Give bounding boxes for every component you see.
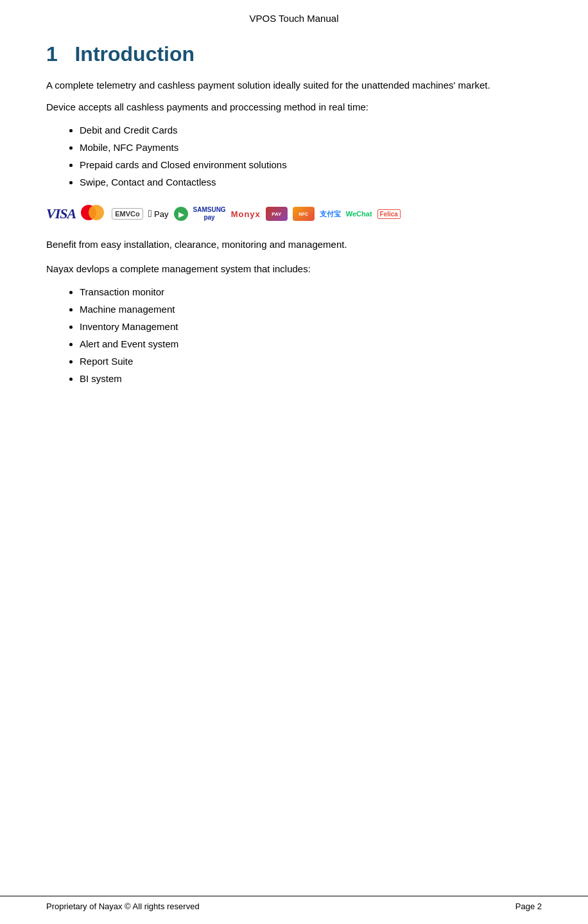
samsung-logo: SAMSUNGpay — [193, 202, 226, 225]
list-item: Alert and Event system — [80, 335, 542, 353]
applepay-logo:  Pay — [148, 202, 169, 225]
list-item: Report Suite — [80, 353, 542, 370]
mc-orange-circle — [89, 205, 104, 220]
list-item: Swipe, Contact and Contactless — [80, 173, 542, 191]
payment-list: Debit and Credit Cards Mobile, NFC Payme… — [80, 121, 542, 191]
mastercard-logo — [81, 202, 107, 225]
page-footer: Proprietary of Nayax © All rights reserv… — [0, 896, 588, 911]
card-logo-1: PAY — [266, 202, 288, 225]
management-list: Transaction monitor Machine management I… — [80, 283, 542, 387]
footer-right: Page 2 — [515, 902, 542, 911]
visa-logo: VISA — [46, 202, 76, 225]
paragraph-4: Nayax devlops a complete management syst… — [46, 261, 542, 277]
monyx-logo: Monyx — [231, 202, 261, 225]
wechat-logo: WeChat — [346, 202, 372, 225]
list-item: Mobile, NFC Payments — [80, 139, 542, 156]
gpay-logo: ▶ — [174, 202, 188, 225]
paragraph-3: Benefit from easy installation, clearanc… — [46, 237, 542, 252]
svg-text:▶: ▶ — [178, 210, 184, 219]
paragraph-1: A complete telemetry and cashless paymen… — [46, 78, 542, 93]
emvco-logo: EMVCo — [112, 202, 143, 225]
chapter-number: 1 — [46, 42, 58, 65]
list-item: Inventory Management — [80, 318, 542, 335]
list-item: Debit and Credit Cards — [80, 121, 542, 139]
page-container: VPOS Touch Manual 1 Introduction A compl… — [0, 0, 588, 924]
list-item: Machine management — [80, 301, 542, 318]
list-item: BI system — [80, 370, 542, 387]
payment-logos-row: VISA EMVCo  Pay ▶ SAMS — [46, 202, 542, 225]
paragraph-2: Device accepts all cashless payments and… — [46, 100, 542, 115]
list-item: Prepaid cards and Closed environment sol… — [80, 156, 542, 173]
chapter-title-text: Introduction — [74, 42, 195, 65]
page-header: VPOS Touch Manual — [46, 13, 542, 24]
footer-left: Proprietary of Nayax © All rights reserv… — [46, 902, 200, 911]
header-title: VPOS Touch Manual — [250, 13, 339, 24]
list-item: Transaction monitor — [80, 283, 542, 301]
chapter-title: 1 Introduction — [46, 42, 542, 66]
card-logo-2: NFC — [293, 202, 315, 225]
felica-logo: Felica — [377, 202, 401, 225]
alipay-logo: 支付宝 — [320, 202, 341, 225]
